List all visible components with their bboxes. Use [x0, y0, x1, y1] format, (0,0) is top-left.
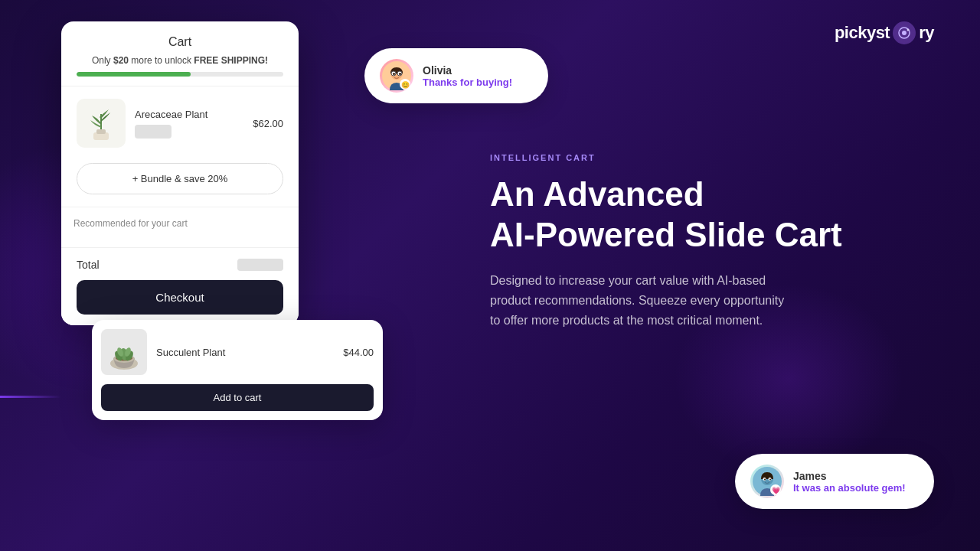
- hero-content: INTELLIGENT CART An Advanced AI-Powered …: [490, 153, 934, 331]
- cart-panel: Cart Only $20 more to unlock FREE SHIPPI…: [61, 21, 299, 325]
- svg-text:😊: 😊: [401, 80, 410, 90]
- cart-total-label: Total: [77, 259, 100, 271]
- cart-item-info: Arecaceae Plant: [135, 109, 243, 139]
- svg-rect-4: [96, 129, 106, 134]
- avatar-james: 💗: [750, 465, 784, 498]
- svg-point-20: [399, 73, 401, 75]
- shipping-progress-bar: [77, 72, 283, 77]
- accent-line: [0, 396, 61, 398]
- notification-message-olivia: Thanks for buying!: [423, 77, 512, 88]
- shipping-message: Only $20 more to unlock FREE SHIPPING!: [77, 55, 283, 66]
- cart-item-price: $62.00: [253, 118, 283, 129]
- shipping-amount: $20: [113, 55, 129, 66]
- recommendation-popup: Succulent Plant $44.00 Add to cart: [92, 320, 383, 420]
- notification-content-james: James It was an absolute gem!: [793, 470, 906, 494]
- hero-description: Designed to increase your cart value wit…: [490, 271, 796, 331]
- recommendation-section: Recommended for your cart: [61, 207, 299, 247]
- svg-point-29: [769, 479, 771, 481]
- hero-heading: An Advanced AI-Powered Slide Cart: [490, 174, 934, 256]
- notification-content-olivia: Olivia Thanks for buying!: [423, 64, 512, 88]
- shipping-cta: FREE SHIPPING!: [194, 55, 268, 66]
- notification-james: 💗 James It was an absolute gem!: [735, 454, 934, 509]
- notification-name-james: James: [793, 470, 906, 482]
- svg-point-28: [764, 479, 766, 481]
- rec-item-name: Succulent Plant: [156, 347, 334, 358]
- cart-total-row: Total: [77, 259, 283, 271]
- bundle-save-button[interactable]: + Bundle & save 20%: [77, 163, 283, 194]
- rec-item-image: [101, 329, 147, 375]
- cart-item-qty: [135, 125, 172, 139]
- rec-item-info: Succulent Plant: [156, 347, 334, 358]
- notification-message-james: It was an absolute gem!: [793, 482, 906, 494]
- svg-point-2: [907, 29, 910, 31]
- logo-text-before: pickyst: [835, 23, 890, 43]
- hero-eyebrow: INTELLIGENT CART: [490, 153, 934, 162]
- svg-text:💗: 💗: [772, 486, 781, 495]
- checkout-button[interactable]: Checkout: [77, 280, 283, 315]
- shipping-progress-fill: [77, 72, 191, 77]
- cart-footer: Total Checkout: [61, 247, 299, 325]
- cart-total-value: [237, 259, 283, 271]
- cart-item: Arecaceae Plant $62.00: [61, 86, 299, 160]
- notification-name-olivia: Olivia: [423, 64, 512, 77]
- logo-text-after: ry: [919, 23, 934, 43]
- hero-heading-line1: An Advanced: [490, 175, 704, 213]
- svg-point-19: [393, 73, 395, 75]
- logo: pickyst ry: [835, 21, 934, 44]
- rec-card-content: Succulent Plant $44.00: [92, 320, 383, 384]
- notification-olivia: 😊 Olivia Thanks for buying!: [364, 48, 548, 103]
- rec-item-price: $44.00: [343, 347, 374, 358]
- cart-item-image: [77, 99, 126, 148]
- cart-title: Cart: [77, 35, 283, 49]
- cart-header: Cart Only $20 more to unlock FREE SHIPPI…: [61, 21, 299, 86]
- logo-icon: [893, 21, 916, 44]
- svg-point-1: [902, 31, 906, 35]
- add-to-cart-button[interactable]: Add to cart: [101, 384, 374, 411]
- cart-item-name: Arecaceae Plant: [135, 109, 243, 120]
- avatar-olivia: 😊: [380, 59, 413, 93]
- hero-heading-line2: AI-Powered Slide Cart: [490, 216, 842, 253]
- recommendation-label: Recommended for your cart: [74, 218, 286, 229]
